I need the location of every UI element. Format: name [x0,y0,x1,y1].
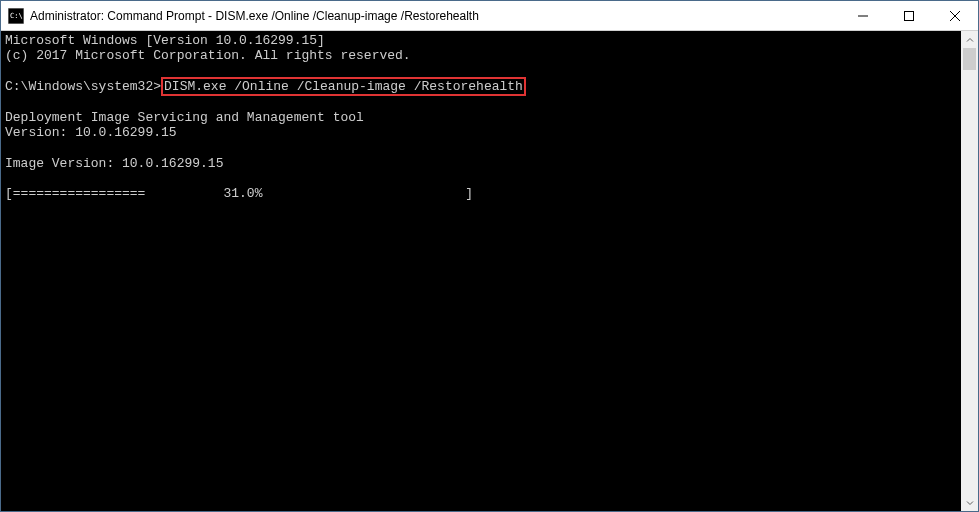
svg-rect-4 [905,11,914,20]
copyright-line: (c) 2017 Microsoft Corporation. All righ… [5,48,411,63]
minimize-button[interactable] [840,1,886,30]
scroll-thumb[interactable] [963,48,976,70]
prompt-text: C:\Windows\system32> [5,79,161,94]
os-version-line: Microsoft Windows [Version 10.0.16299.15… [5,33,325,48]
console-output[interactable]: Microsoft Windows [Version 10.0.16299.15… [1,31,961,511]
titlebar[interactable]: C:\ Administrator: Command Prompt - DISM… [1,1,978,31]
window-controls [840,1,978,30]
dism-tool-line: Deployment Image Servicing and Managemen… [5,110,364,125]
console-area: Microsoft Windows [Version 10.0.16299.15… [1,31,978,511]
close-button[interactable] [932,1,978,30]
scroll-track[interactable] [961,48,978,494]
command-highlight: DISM.exe /Online /Cleanup-image /Restore… [161,77,526,96]
vertical-scrollbar[interactable] [961,31,978,511]
scroll-up-button[interactable] [961,31,978,48]
chevron-down-icon [966,499,974,507]
progress-bar-line: [================= 31.0% ] [5,186,473,201]
command-text: DISM.exe /Online /Cleanup-image /Restore… [164,79,523,94]
svg-text:C:\: C:\ [10,12,23,20]
image-version-line: Image Version: 10.0.16299.15 [5,156,223,171]
minimize-icon [858,11,868,21]
cmd-icon: C:\ [8,8,24,24]
chevron-up-icon [966,36,974,44]
command-prompt-window: C:\ Administrator: Command Prompt - DISM… [0,0,979,512]
window-title: Administrator: Command Prompt - DISM.exe… [30,9,840,23]
maximize-icon [904,11,914,21]
close-icon [950,11,960,21]
maximize-button[interactable] [886,1,932,30]
dism-version-line: Version: 10.0.16299.15 [5,125,177,140]
scroll-down-button[interactable] [961,494,978,511]
